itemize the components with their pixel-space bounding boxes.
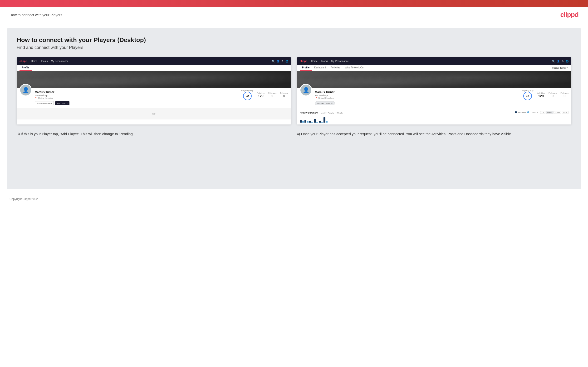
right-player-handicap: 1-5 Handicap: [315, 94, 519, 97]
close-icon: ✕: [331, 102, 333, 104]
left-nav-home[interactable]: Home: [31, 60, 37, 62]
bar-on-2: [304, 120, 306, 123]
right-player-stats: Player Quality 92 Activities 129 Followe…: [522, 90, 569, 100]
user-icon[interactable]: 👤: [277, 60, 279, 62]
filter-3mths[interactable]: 3 mths: [554, 111, 561, 114]
right-nav-performance[interactable]: My Performance: [331, 60, 349, 62]
bar-on-3: [309, 121, 311, 123]
right-stat-following: Following 0: [560, 92, 569, 98]
captions-row: 3) If this is your Player tap, 'Add Play…: [17, 131, 571, 137]
right-nav-items: Home Teams My Performance: [311, 60, 552, 62]
right-user-icon[interactable]: 👤: [557, 60, 560, 62]
left-stat-following: Following 0: [280, 92, 288, 98]
right-tab-activities[interactable]: Activities: [328, 65, 342, 71]
bar-group-3: [309, 121, 313, 123]
time-filters: 1 yr 6 mths 3 mths 1 mth: [540, 111, 569, 114]
add-player-button[interactable]: Add Player +: [55, 101, 69, 105]
bar-on-1: [300, 120, 302, 123]
right-settings-icon[interactable]: ⚙: [562, 60, 564, 62]
request-follow-button[interactable]: Request to Follow: [35, 101, 54, 105]
activity-chart: [300, 116, 569, 123]
right-hero-banner: [297, 71, 571, 88]
off-course-dot: [527, 111, 529, 113]
right-tab-dashboard[interactable]: Dashboard: [312, 65, 328, 71]
left-tab-profile[interactable]: Profile: [19, 65, 32, 71]
left-nav-teams[interactable]: Teams: [41, 60, 48, 62]
player-dropdown[interactable]: Marcus Turner ▾: [551, 65, 569, 71]
activities-value: 129: [257, 94, 265, 98]
settings-icon[interactable]: ⚙: [281, 60, 284, 62]
filter-6mths[interactable]: 6 mths: [546, 111, 554, 114]
filter-1mth[interactable]: 1 mth: [562, 111, 569, 114]
right-quality-circle: 92: [523, 92, 532, 100]
bar-off-5: [321, 122, 323, 123]
right-following-label: Following: [560, 92, 569, 94]
right-player-name: Marcus Turner: [315, 91, 519, 94]
followers-label: Followers: [268, 92, 277, 94]
right-avatar-wrapper: 👤: [300, 84, 312, 96]
activity-summary: Activity Summary Monthly Activity · 6 Mo…: [297, 108, 571, 125]
bar-group-4: [314, 119, 318, 123]
left-player-info: Marcus Turner 1-5 Handicap 📍 United King…: [35, 91, 239, 105]
left-nav-items: Home Teams My Performance: [31, 60, 272, 62]
main-title: How to connect with your Players (Deskto…: [17, 36, 571, 44]
bar-on-5: [319, 121, 321, 123]
left-avatar: 👤: [19, 84, 32, 96]
on-course-dot: [515, 111, 517, 113]
left-player-profile: 👤 Marcus Turner 1-5 Handicap 📍 United Ki…: [17, 88, 291, 108]
edit-icon: ✏: [152, 111, 156, 117]
right-avatar-person-icon: 👤: [303, 87, 309, 93]
right-activities-value: 129: [537, 94, 545, 98]
bar-off-2: [307, 121, 309, 123]
main-subtitle: Find and connect with your Players: [17, 45, 571, 50]
off-course-label: Off course: [531, 112, 538, 113]
right-tab-profile[interactable]: Profile: [300, 65, 312, 71]
bar-off-1: [302, 121, 304, 123]
activity-right: On course Off course 1 yr 6 mths 3 mths …: [515, 111, 569, 114]
following-label: Following: [280, 92, 288, 94]
header: How to connect with your Players clippd: [0, 7, 588, 23]
caption-left: 3) If this is your Player tap, 'Add Play…: [17, 131, 291, 137]
bar-off-6: [326, 121, 328, 123]
bar-group-6: [323, 117, 328, 123]
right-followers-label: Followers: [548, 92, 557, 94]
right-player-profile: 👤 Marcus Turner 1-5 Handicap 📍 United Ki…: [297, 88, 571, 108]
activity-header: Activity Summary Monthly Activity · 6 Mo…: [300, 110, 569, 115]
followers-value: 0: [268, 94, 277, 98]
right-nav-icons: 🔍 👤 ⚙ 🌐: [552, 60, 569, 62]
filter-1yr[interactable]: 1 yr: [540, 111, 545, 114]
left-nav-performance[interactable]: My Performance: [51, 60, 69, 62]
left-player-name: Marcus Turner: [35, 91, 239, 94]
screenshot-right: clippd Home Teams My Performance 🔍 👤 ⚙ 🌐…: [297, 57, 571, 125]
right-location-icon: 📍: [315, 97, 317, 99]
left-action-buttons: Request to Follow Add Player +: [35, 101, 239, 105]
right-player-info: Marcus Turner 1-5 Handicap 📍 United King…: [315, 91, 519, 105]
activity-legend: On course Off course: [515, 111, 538, 113]
left-stat-followers: Followers 0: [268, 92, 277, 98]
location-icon: 📍: [35, 97, 37, 99]
left-stat-activities: Activities 129: [257, 92, 265, 98]
caption-right: 4) Once your Player has accepted your re…: [297, 131, 571, 137]
search-icon[interactable]: 🔍: [272, 60, 275, 62]
top-bar: [0, 0, 588, 7]
main-content: How to connect with your Players (Deskto…: [7, 28, 581, 189]
following-value: 0: [280, 94, 288, 98]
quality-circle: 92: [243, 92, 252, 100]
right-nav-teams[interactable]: Teams: [321, 60, 328, 62]
right-search-icon[interactable]: 🔍: [552, 60, 555, 62]
right-tab-what-to-work-on[interactable]: What To Work On: [343, 65, 366, 71]
right-nav-home[interactable]: Home: [311, 60, 318, 62]
right-player-location: 📍 United Kingdom: [315, 97, 519, 99]
right-globe-icon[interactable]: 🌐: [566, 60, 569, 62]
logo: clippd: [560, 11, 579, 18]
right-navbar: clippd Home Teams My Performance 🔍 👤 ⚙ 🌐: [297, 57, 571, 65]
left-player-stats: Player Quality 92 Activities 129 Followe…: [242, 90, 288, 100]
bar-group-5: [319, 121, 323, 123]
remove-player-button[interactable]: Remove Player ✕: [315, 101, 335, 105]
on-course-label: On course: [518, 112, 526, 113]
right-followers-value: 0: [548, 94, 557, 98]
left-profile-tabs: Profile: [17, 65, 291, 71]
activity-title: Activity Summary: [300, 112, 318, 114]
globe-icon[interactable]: 🌐: [285, 60, 288, 62]
copyright: Copyright Clippd 2022: [9, 197, 38, 201]
